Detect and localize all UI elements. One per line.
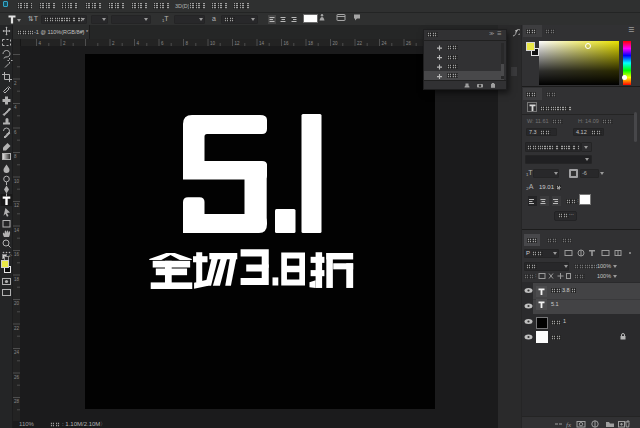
svg-text:16: 16 [14,252,20,257]
svg-text:2: 2 [14,81,17,86]
svg-text:12: 12 [14,203,20,208]
svg-text:18: 18 [14,277,20,282]
svg-text:fx: fx [566,421,572,428]
svg-text:14: 14 [259,41,265,46]
svg-text:8: 8 [186,41,189,46]
svg-text:24: 24 [14,350,20,355]
svg-text:18: 18 [308,41,314,46]
svg-text:22: 22 [14,326,20,331]
svg-text:14: 14 [14,228,20,233]
svg-text:6: 6 [14,130,17,135]
svg-text:20: 20 [14,301,20,306]
svg-text:4: 4 [39,41,42,46]
svg-text:24: 24 [382,41,388,46]
svg-text:16: 16 [284,41,290,46]
svg-text:4: 4 [137,41,140,46]
svg-text:8: 8 [14,154,17,159]
svg-text:10: 10 [210,41,216,46]
svg-text:10: 10 [14,179,20,184]
svg-text:6: 6 [161,41,164,46]
svg-text:26: 26 [14,375,20,380]
svg-text:28: 28 [14,399,20,404]
svg-text:20: 20 [333,41,339,46]
svg-text:26: 26 [406,41,412,46]
svg-text:12: 12 [235,41,241,46]
svg-text:2: 2 [63,41,66,46]
svg-text:4: 4 [14,105,17,110]
svg-text:2: 2 [112,41,115,46]
svg-text:22: 22 [357,41,363,46]
